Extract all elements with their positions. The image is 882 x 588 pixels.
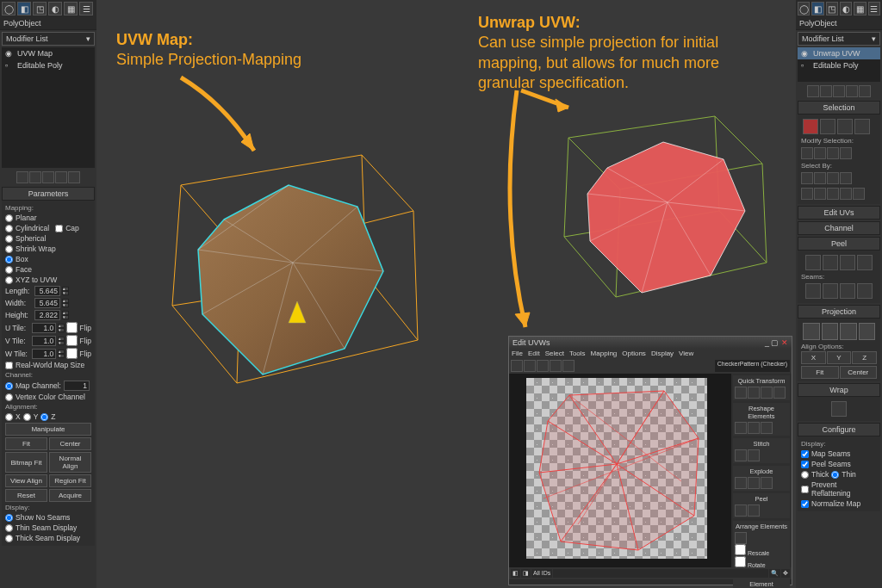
projection-header[interactable]: Projection: [798, 305, 880, 319]
selection-header[interactable]: Selection: [798, 101, 880, 115]
wtile-spinner[interactable]: W Tile:1.0▴▾Flip: [5, 347, 91, 360]
rotate-checkbox[interactable]: [735, 556, 746, 567]
re-icon1[interactable]: [735, 422, 747, 434]
align-x-button[interactable]: X: [801, 351, 826, 364]
relax-icon[interactable]: [857, 255, 873, 270]
mapping-shrinkwrap[interactable]: Shrink Wrap: [5, 244, 91, 254]
normalize-map-checkbox[interactable]: Normalize Map: [801, 498, 877, 509]
real-world-checkbox[interactable]: Real-World Map Size: [5, 360, 91, 370]
align-y-button[interactable]: Y: [827, 351, 852, 364]
mapping-xyz[interactable]: XYZ to UVW: [5, 275, 91, 285]
rotate-icon[interactable]: [524, 360, 536, 372]
ex-icon3[interactable]: [761, 477, 773, 489]
reset-button[interactable]: Reset: [5, 489, 47, 502]
menu-mapping[interactable]: Mapping: [591, 350, 618, 357]
zoom-icon[interactable]: 🔍: [769, 569, 780, 578]
cylindrical-projection-icon[interactable]: [822, 323, 839, 340]
scale-icon[interactable]: [537, 360, 549, 372]
texture-dropdown[interactable]: CheckerPattern (Checker): [715, 360, 790, 372]
pl-icon2[interactable]: [748, 504, 760, 517]
status-icon2[interactable]: ◨: [521, 569, 531, 578]
st-icon2[interactable]: [748, 449, 760, 461]
pin-stack-icon[interactable]: [16, 171, 28, 183]
seam-expand-icon[interactable]: [857, 283, 873, 299]
remove-modifier-icon[interactable]: [55, 171, 67, 183]
sel-icon4[interactable]: [840, 188, 852, 200]
menu-view[interactable]: View: [679, 350, 693, 357]
ring-icon[interactable]: [827, 147, 839, 159]
align-z-button[interactable]: Z: [852, 351, 877, 364]
peel-header[interactable]: Peel: [798, 237, 880, 251]
modifier-editable-poly[interactable]: ▫ Editable Poly: [2, 59, 95, 71]
modifier-uvw-map[interactable]: ◉ UVW Map: [2, 47, 95, 59]
pan-icon[interactable]: ✥: [781, 569, 790, 578]
pl-icon1[interactable]: [735, 504, 747, 517]
show-end-result-icon[interactable]: [820, 85, 832, 97]
seam-edge-icon[interactable]: [823, 283, 838, 299]
remove-modifier-icon[interactable]: [846, 85, 858, 97]
sel-icon5[interactable]: [853, 188, 865, 200]
sel-icon2[interactable]: [814, 188, 826, 200]
parameters-header[interactable]: Parameters: [2, 187, 95, 201]
ex-icon2[interactable]: [748, 477, 760, 489]
menu-options[interactable]: Options: [622, 350, 646, 357]
utilities-tab-icon[interactable]: ☰: [79, 2, 93, 15]
minimize-icon[interactable]: _: [765, 338, 769, 347]
proj-fit-button[interactable]: Fit: [801, 366, 839, 379]
vertex-color-radio[interactable]: Vertex Color Channel: [5, 392, 91, 402]
menu-display[interactable]: Display: [651, 350, 674, 357]
mapping-cylindrical[interactable]: CylindricalCap: [5, 223, 91, 233]
ar-icon1[interactable]: [735, 532, 747, 544]
display-tab-icon[interactable]: ▦: [854, 2, 866, 15]
move-icon[interactable]: [511, 360, 523, 372]
modify-tab-icon[interactable]: ◧: [811, 2, 823, 15]
mapping-spherical[interactable]: Spherical: [5, 233, 91, 244]
sel-icon1[interactable]: [801, 188, 813, 200]
center-button[interactable]: Center: [49, 437, 91, 450]
length-spinner[interactable]: Length:5.645▴▾: [5, 285, 91, 297]
edge-subobj-icon[interactable]: [820, 119, 835, 134]
fit-button[interactable]: Fit: [5, 437, 47, 450]
hierarchy-tab-icon[interactable]: ◳: [826, 2, 838, 15]
utilities-tab-icon[interactable]: ☰: [868, 2, 880, 15]
acquire-button[interactable]: Acquire: [49, 489, 91, 502]
peel-mode-icon[interactable]: [823, 255, 838, 270]
pin-stack-icon[interactable]: [807, 85, 819, 97]
height-spinner[interactable]: Height:2.822▴▾: [5, 309, 91, 321]
thin-seam[interactable]: Thin Seam Display: [5, 523, 91, 533]
view-align-button[interactable]: View Align: [5, 474, 47, 487]
qt-icon1[interactable]: [735, 387, 747, 399]
mapping-box[interactable]: Box: [5, 254, 91, 264]
menu-select[interactable]: Select: [545, 350, 564, 357]
viewport-left[interactable]: [138, 129, 431, 405]
width-spinner[interactable]: Width:5.645▴▾: [5, 297, 91, 309]
wrap-header[interactable]: Wrap: [798, 383, 880, 397]
uv-editor-window[interactable]: Edit UVWs _ ▢ ✕ File Edit Select Tools M…: [508, 336, 792, 585]
edit-uvs-header[interactable]: Edit UVs: [798, 206, 880, 220]
configure-header[interactable]: Configure: [798, 423, 880, 436]
uv-editor-titlebar[interactable]: Edit UVWs _ ▢ ✕: [509, 337, 792, 349]
motion-tab-icon[interactable]: ◐: [840, 2, 852, 15]
mirror-icon[interactable]: [562, 360, 575, 372]
modifier-stack[interactable]: ◉ UVW Map ▫ Editable Poly: [2, 47, 95, 168]
quick-peel-icon[interactable]: [805, 255, 821, 270]
loop-icon[interactable]: [840, 147, 852, 159]
grow-icon[interactable]: [801, 147, 813, 159]
show-end-result-icon[interactable]: [29, 171, 41, 183]
mapping-planar[interactable]: Planar: [5, 213, 91, 223]
planar-icon[interactable]: [827, 172, 839, 184]
display-tab-icon[interactable]: ▦: [64, 2, 78, 15]
modifier-editable-poly-right[interactable]: ▫ Editable Poly: [798, 59, 880, 71]
region-fit-button[interactable]: Region Fit: [49, 474, 91, 487]
mapping-face[interactable]: Face: [5, 264, 91, 275]
bitmap-fit-button[interactable]: Bitmap Fit: [5, 452, 47, 473]
planar-projection-icon[interactable]: [803, 323, 820, 340]
modifier-unwrap-uvw[interactable]: ◉ Unwrap UVW: [798, 47, 880, 59]
vtile-spinner[interactable]: V Tile:1.0▴▾Flip: [5, 334, 91, 347]
motion-tab-icon[interactable]: ◐: [48, 2, 62, 15]
allids-dropdown[interactable]: All IDs: [531, 569, 552, 578]
viewport-right[interactable]: [543, 103, 775, 319]
prevent-reflattening-checkbox[interactable]: Prevent Reflattening: [801, 480, 877, 498]
seam-thickness[interactable]: ThickThin: [801, 469, 877, 480]
tile-icon[interactable]: [840, 172, 852, 184]
